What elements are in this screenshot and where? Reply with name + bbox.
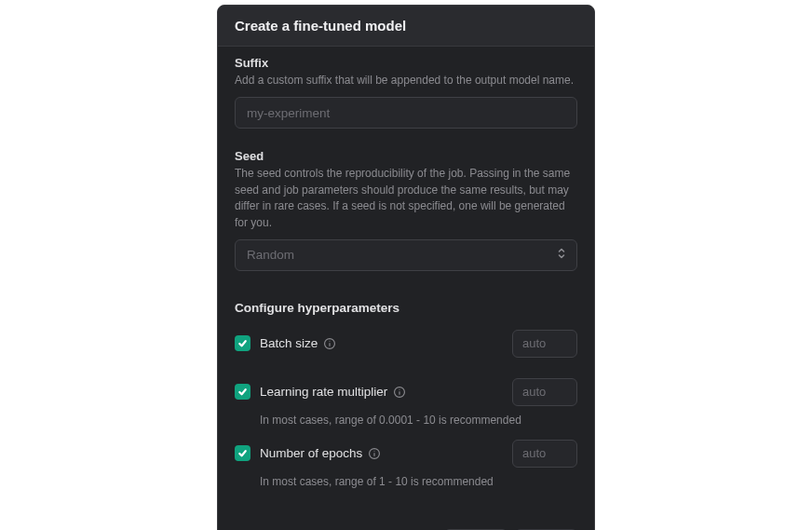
suffix-field: Suffix Add a custom suffix that will be … <box>235 56 577 129</box>
svg-point-5 <box>399 389 400 390</box>
svg-point-8 <box>374 451 375 452</box>
batch-checkbox[interactable] <box>235 335 250 351</box>
suffix-desc: Add a custom suffix that will be appende… <box>235 73 577 88</box>
modal-body: Suffix Add a custom suffix that will be … <box>218 47 594 530</box>
lr-label: Learning rate multiplier <box>260 385 387 399</box>
info-icon[interactable] <box>323 337 336 350</box>
modal-title: Create a fine-tuned model <box>235 18 577 34</box>
seed-desc: The seed controls the reproducibility of… <box>235 166 577 231</box>
epochs-note: In most cases, range of 1 - 10 is recomm… <box>260 475 577 488</box>
hp-row-lr: Learning rate multiplier <box>235 378 577 406</box>
batch-input[interactable] <box>512 330 577 358</box>
seed-selected-value: Random <box>247 248 294 262</box>
hp-row-epochs: Number of epochs <box>235 440 577 468</box>
modal-header: Create a fine-tuned model <box>218 6 594 47</box>
batch-label: Batch size <box>260 336 318 350</box>
suffix-label: Suffix <box>235 56 577 70</box>
epochs-checkbox[interactable] <box>235 445 250 461</box>
modal-footer: Learn about fine-tuning Cancel Create <box>235 501 577 530</box>
epochs-label: Number of epochs <box>260 446 362 460</box>
hyperparams-title: Configure hyperparameters <box>235 301 577 315</box>
svg-point-2 <box>330 341 331 342</box>
seed-label: Seed <box>235 149 577 163</box>
seed-select[interactable]: Random <box>235 239 577 271</box>
seed-field: Seed The seed controls the reproducibili… <box>235 149 577 271</box>
info-icon[interactable] <box>368 447 381 460</box>
suffix-input[interactable] <box>235 97 577 129</box>
lr-label-wrap: Learning rate multiplier <box>260 385 503 399</box>
lr-note: In most cases, range of 0.0001 - 10 is r… <box>260 414 577 427</box>
lr-input[interactable] <box>512 378 577 406</box>
lr-checkbox[interactable] <box>235 384 250 400</box>
create-finetune-modal: Create a fine-tuned model Suffix Add a c… <box>217 5 595 530</box>
epochs-input[interactable] <box>512 440 577 468</box>
hp-row-batch: Batch size <box>235 330 577 358</box>
info-icon[interactable] <box>393 386 406 399</box>
seed-select-wrap: Random <box>235 239 577 271</box>
batch-label-wrap: Batch size <box>260 336 503 350</box>
epochs-label-wrap: Number of epochs <box>260 446 503 460</box>
